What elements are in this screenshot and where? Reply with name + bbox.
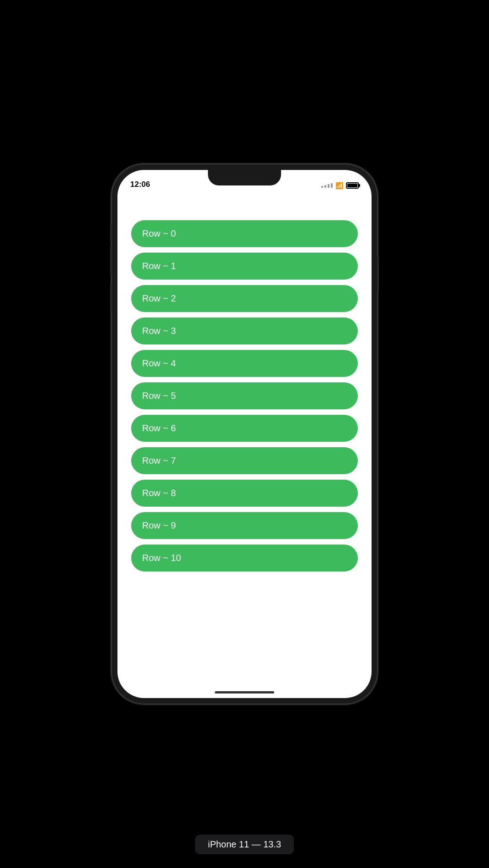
row-button-2[interactable]: Row ~ 2 xyxy=(131,285,358,312)
battery-fill xyxy=(347,184,357,187)
volume-up-button xyxy=(110,247,112,274)
row-button-1[interactable]: Row ~ 1 xyxy=(131,253,358,280)
row-button-0[interactable]: Row ~ 0 xyxy=(131,220,358,247)
wifi-icon: 📶 xyxy=(335,182,343,189)
phone-device: 12:06 📶 Row ~ 0Row ~ 1Row ~ 2Row ~ xyxy=(112,164,377,704)
battery-icon xyxy=(346,182,359,189)
row-button-6[interactable]: Row ~ 6 xyxy=(131,415,358,442)
power-button xyxy=(377,256,379,292)
row-button-7[interactable]: Row ~ 7 xyxy=(131,447,358,474)
signal-icon xyxy=(321,183,333,188)
page-wrapper: 12:06 📶 Row ~ 0Row ~ 1Row ~ 2Row ~ xyxy=(0,0,489,868)
row-button-3[interactable]: Row ~ 3 xyxy=(131,318,358,344)
notch xyxy=(208,170,281,185)
status-icons: 📶 xyxy=(321,182,359,189)
volume-down-button xyxy=(110,283,112,311)
row-button-10[interactable]: Row ~ 10 xyxy=(131,545,358,572)
home-indicator xyxy=(215,691,274,693)
row-button-5[interactable]: Row ~ 5 xyxy=(131,382,358,409)
silent-button xyxy=(110,224,112,242)
row-button-9[interactable]: Row ~ 9 xyxy=(131,512,358,539)
status-time: 12:06 xyxy=(130,180,150,189)
row-button-8[interactable]: Row ~ 8 xyxy=(131,480,358,507)
device-label: iPhone 11 — 13.3 xyxy=(195,835,294,854)
row-button-4[interactable]: Row ~ 4 xyxy=(131,350,358,377)
screen-content[interactable]: Row ~ 0Row ~ 1Row ~ 2Row ~ 3Row ~ 4Row ~… xyxy=(117,193,372,683)
phone-screen: 12:06 📶 Row ~ 0Row ~ 1Row ~ 2Row ~ xyxy=(117,170,372,698)
